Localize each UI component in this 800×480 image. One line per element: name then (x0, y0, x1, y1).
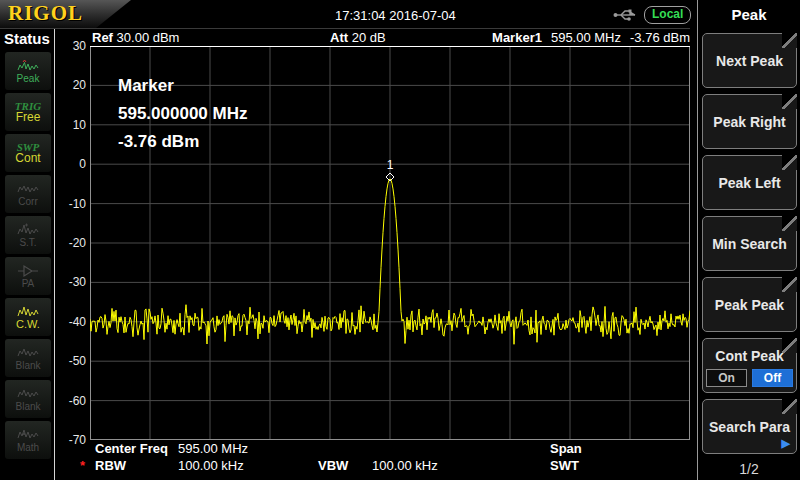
ref-label: Ref (92, 30, 113, 45)
y-axis-tick: -60 (50, 394, 86, 408)
swt-label: SWT (550, 458, 579, 473)
marker-info-frequency: 595.000000 MHz (118, 100, 247, 128)
status-item-label: Blank (15, 360, 40, 371)
status-item-cw: C.W. (5, 298, 51, 336)
y-axis-tick: 20 (50, 78, 86, 92)
cw-waveform-icon (17, 305, 39, 319)
cont-peak-toggle: On Off (706, 369, 793, 387)
marker1-amplitude: -3.76 dBm (630, 30, 690, 45)
cont-peak-on-option[interactable]: On (706, 369, 747, 387)
status-item-label: PA (22, 278, 35, 289)
preamp-icon (17, 264, 39, 278)
y-axis-tick: -70 (50, 433, 86, 447)
marker-info-overlay: Marker 595.000000 MHz -3.76 dBm (118, 72, 247, 156)
button-label: Search Para (709, 419, 790, 435)
status-indicator-list: Peak TRIG Free SWP Cont Corr S.T. PA C.W… (5, 52, 51, 462)
button-label: Peak Right (713, 114, 785, 130)
status-item-label: Corr (18, 196, 37, 207)
search-para-button[interactable]: Search Para ▶ (702, 399, 797, 454)
y-axis-tick: 0 (50, 157, 86, 171)
status-item-label: Math (17, 442, 39, 453)
peak-right-button[interactable]: Peak Right (702, 94, 797, 149)
submenu-arrow-icon: ▶ (782, 437, 790, 450)
status-panel-title: Status (4, 30, 50, 47)
marker-info-amplitude: -3.76 dBm (118, 128, 247, 156)
span-label: Span (550, 441, 582, 456)
peak-peak-button[interactable]: Peak Peak (702, 277, 797, 332)
button-label: Cont Peak (715, 348, 783, 364)
status-item-label: Blank (15, 401, 40, 412)
next-peak-button[interactable]: Next Peak (702, 33, 797, 88)
st-waveform-icon (17, 223, 39, 237)
y-axis-tick: -20 (50, 236, 86, 250)
peak-waveform-icon (17, 59, 39, 73)
y-axis-tick: -40 (50, 315, 86, 329)
min-search-button[interactable]: Min Search (702, 216, 797, 271)
marker1-frequency: 595.00 MHz (551, 30, 621, 45)
button-label: Peak Peak (715, 297, 784, 313)
status-item-label: S.T. (19, 237, 36, 248)
local-mode-badge: Local (644, 6, 691, 24)
header-separator (0, 28, 690, 29)
vbw-label: VBW (318, 458, 348, 473)
ref-value: 30.00 dBm (117, 30, 180, 45)
att-label: Att (330, 30, 348, 45)
marker-info-title: Marker (118, 72, 247, 100)
menu-divider (697, 0, 698, 480)
rbw-value: 100.00 kHz (178, 458, 244, 473)
button-label: Next Peak (716, 53, 783, 69)
status-item-pa: PA (5, 257, 51, 295)
rbw-label: RBW (95, 458, 126, 473)
y-axis-tick: 10 (50, 118, 86, 132)
button-label: Peak Left (718, 175, 780, 191)
status-item-label: Peak (17, 73, 40, 84)
y-axis-tick: -10 (50, 197, 86, 211)
rbw-coupled-indicator: * (80, 458, 85, 473)
datetime-display: 17:31:04 2016-07-04 (335, 8, 456, 23)
button-label: Min Search (712, 236, 787, 252)
vbw-value: 100.00 kHz (372, 458, 438, 473)
cont-peak-off-option[interactable]: Off (752, 369, 793, 387)
y-axis-tick: -50 (50, 354, 86, 368)
peak-left-button[interactable]: Peak Left (702, 155, 797, 210)
corr-waveform-icon (17, 182, 39, 196)
att-value: 20 dB (352, 30, 386, 45)
status-item-corr: Corr (5, 175, 51, 213)
center-freq-value: 595.00 MHz (178, 441, 248, 456)
menu-page-indicator: 1/2 (698, 461, 800, 477)
status-item-math: Math (5, 421, 51, 459)
status-item-value: Free (16, 112, 41, 123)
status-item-trigger: TRIG Free (5, 93, 51, 131)
blank-waveform-icon (17, 346, 39, 360)
status-item-blank1: Blank (5, 339, 51, 377)
status-item-blank2: Blank (5, 380, 51, 418)
usb-icon (613, 7, 640, 23)
status-item-value: Cont (15, 153, 40, 164)
blank-waveform-icon (17, 387, 39, 401)
status-item-label: C.W. (16, 319, 40, 330)
menu-title: Peak (698, 6, 800, 23)
status-item-peak: Peak (5, 52, 51, 90)
status-item-st: S.T. (5, 216, 51, 254)
math-waveform-icon (17, 428, 39, 442)
softkey-menu: Next Peak Peak Right Peak Left Min Searc… (702, 33, 797, 460)
y-axis-tick: -30 (50, 275, 86, 289)
svg-text:1: 1 (387, 158, 394, 172)
brand-logo: RIGOL (8, 1, 83, 26)
attenuation-readout: Att 20 dB (330, 30, 386, 45)
ref-level-readout: Ref 30.00 dBm (92, 30, 179, 45)
status-item-sweep: SWP Cont (5, 134, 51, 172)
cont-peak-button[interactable]: Cont Peak On Off (702, 338, 797, 393)
marker1-readout: Marker1 595.00 MHz -3.76 dBm (492, 30, 690, 45)
sidebar-divider (54, 29, 55, 480)
center-freq-label: Center Freq (95, 441, 168, 456)
y-axis-tick: 30 (50, 39, 86, 53)
marker1-label: Marker1 (492, 30, 542, 45)
